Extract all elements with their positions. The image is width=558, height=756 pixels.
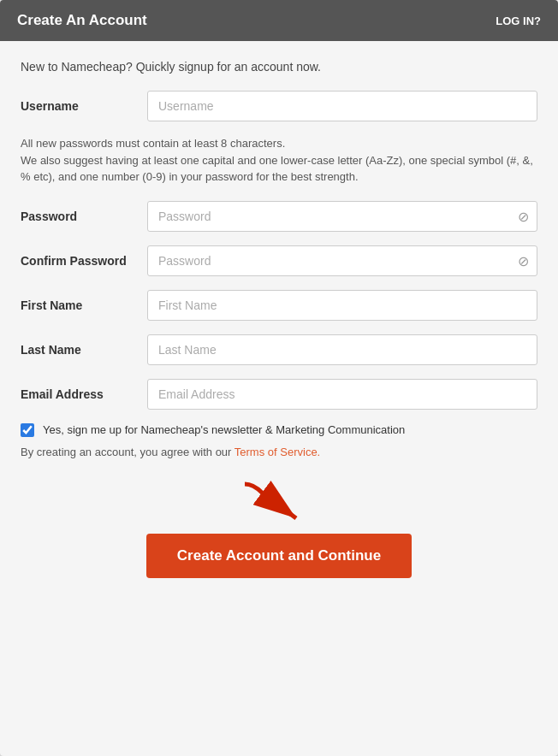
terms-text: By creating an account, you agree with o…	[21, 446, 234, 458]
password-input[interactable]	[147, 201, 537, 232]
email-row: Email Address	[21, 379, 537, 410]
email-label: Email Address	[21, 387, 147, 401]
card-header: Create An Account LOG IN?	[0, 0, 558, 41]
password-label: Password	[21, 210, 147, 223]
username-row: Username	[21, 91, 537, 121]
page-title: Create An Account	[17, 12, 147, 29]
email-input[interactable]	[147, 379, 537, 410]
username-label: Username	[21, 99, 147, 113]
first-name-label: First Name	[21, 298, 147, 312]
confirm-password-input[interactable]	[147, 245, 537, 276]
email-input-wrapper	[147, 379, 537, 410]
confirm-password-row: Confirm Password ⊘	[21, 245, 537, 276]
arrow-container	[21, 475, 537, 527]
newsletter-row: Yes, sign me up for Namecheap's newslett…	[21, 423, 537, 437]
username-input[interactable]	[147, 91, 537, 121]
arrow-icon	[228, 475, 330, 527]
username-input-wrapper	[147, 91, 537, 121]
last-name-input[interactable]	[147, 334, 537, 365]
password-input-wrapper: ⊘	[147, 201, 537, 232]
first-name-input[interactable]	[147, 290, 537, 321]
create-account-button[interactable]: Create Account and Continue	[146, 534, 412, 578]
newsletter-checkbox[interactable]	[21, 423, 34, 437]
last-name-input-wrapper	[147, 334, 537, 365]
login-link[interactable]: LOG IN?	[496, 15, 541, 27]
confirm-password-label: Confirm Password	[21, 254, 147, 268]
first-name-input-wrapper	[147, 290, 537, 321]
newsletter-label: Yes, sign me up for Namecheap's newslett…	[43, 423, 405, 436]
terms-link[interactable]: Terms of Service.	[234, 446, 320, 458]
card-body: New to Namecheap? Quickly signup for an …	[0, 41, 558, 604]
create-account-card: Create An Account LOG IN? New to Nameche…	[0, 0, 558, 756]
last-name-row: Last Name	[21, 334, 537, 365]
intro-text: New to Namecheap? Quickly signup for an …	[21, 60, 537, 74]
password-hint: All new passwords must contain at least …	[21, 135, 537, 186]
password-row: Password ⊘	[21, 201, 537, 232]
confirm-password-toggle-icon[interactable]: ⊘	[518, 252, 529, 269]
first-name-row: First Name	[21, 290, 537, 321]
confirm-password-input-wrapper: ⊘	[147, 245, 537, 276]
last-name-label: Last Name	[21, 343, 147, 357]
password-toggle-icon[interactable]: ⊘	[518, 208, 529, 224]
terms-row: By creating an account, you agree with o…	[21, 446, 537, 458]
